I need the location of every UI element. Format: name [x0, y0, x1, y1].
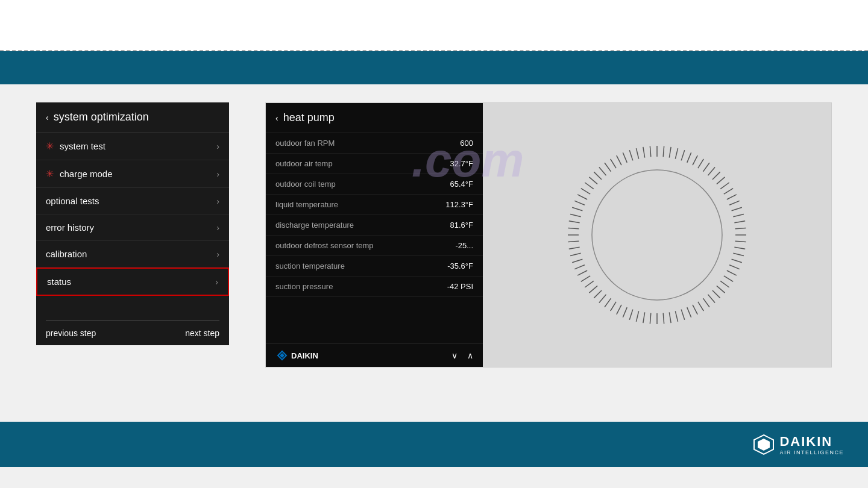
chevron-right-icon-6: › — [215, 277, 218, 287]
svg-line-71 — [599, 167, 606, 175]
heat-pump-title: heat pump — [283, 111, 335, 124]
left-panel: ‹ system optimization ✳ system test › ✳ … — [36, 102, 229, 345]
svg-line-39 — [663, 313, 664, 324]
heat-pump-row-5: outdoor defrost sensor temp -25... — [266, 236, 483, 256]
svg-line-10 — [712, 172, 720, 180]
svg-line-16 — [732, 207, 742, 211]
svg-line-34 — [693, 305, 697, 314]
svg-line-31 — [708, 295, 715, 303]
heat-pump-row-value-2: 65.4°F — [450, 180, 473, 189]
heat-pump-dial-panel — [483, 103, 831, 367]
menu-header: ‹ system optimization — [36, 102, 229, 133]
menu-item-charge-mode-label: charge mode — [60, 169, 113, 179]
svg-line-44 — [629, 310, 633, 320]
menu-item-system-test[interactable]: ✳ system test › — [36, 133, 229, 160]
svg-line-21 — [735, 241, 746, 242]
menu-item-charge-mode[interactable]: ✳ charge mode › — [36, 160, 229, 188]
svg-line-64 — [572, 207, 582, 211]
heat-pump-back-arrow[interactable]: ‹ — [275, 113, 278, 123]
svg-line-25 — [729, 265, 740, 269]
menu-item-left: status — [47, 277, 71, 287]
heat-pump-row-3: liquid temperature 112.3°F — [266, 195, 483, 215]
menu-item-system-test-label: system test — [60, 141, 105, 151]
svg-line-57 — [570, 253, 581, 255]
svg-line-74 — [617, 155, 621, 165]
svg-line-53 — [581, 276, 590, 281]
svg-line-28 — [720, 281, 729, 287]
svg-line-9 — [708, 167, 715, 175]
menu-spacer — [36, 296, 229, 320]
svg-line-55 — [574, 265, 585, 269]
svg-line-42 — [643, 312, 645, 323]
daikin-brand-text: DAIKIN AIR INTELLIGENCE — [779, 434, 844, 455]
menu-item-status-label: status — [47, 277, 71, 287]
heat-pump-row-2: outdoor coil temp 65.4°F — [266, 174, 483, 195]
svg-line-78 — [643, 147, 645, 158]
daikin-logo-text: DAIKIN — [291, 351, 318, 360]
svg-point-80 — [592, 170, 722, 300]
svg-line-62 — [569, 221, 580, 223]
menu-item-optional-tests[interactable]: optional tests › — [36, 188, 229, 214]
svg-line-18 — [734, 221, 745, 223]
svg-line-79 — [650, 146, 650, 157]
next-step-button[interactable]: next step — [185, 328, 219, 338]
daikin-brand: DAIKIN AIR INTELLIGENCE — [753, 434, 844, 455]
svg-line-8 — [703, 163, 709, 172]
svg-line-19 — [735, 228, 746, 228]
menu-item-optional-tests-label: optional tests — [46, 196, 99, 206]
svg-line-63 — [570, 214, 581, 216]
previous-step-button[interactable]: previous step — [46, 328, 96, 338]
svg-line-58 — [569, 247, 580, 249]
menu-back-arrow[interactable]: ‹ — [46, 113, 49, 122]
heat-pump-row-label-5: outdoor defrost sensor temp — [275, 241, 374, 250]
heat-pump-row-label-4: discharge temperature — [275, 221, 354, 230]
svg-line-24 — [732, 259, 742, 263]
heat-pump-row-label-2: outdoor coil temp — [275, 180, 336, 189]
svg-line-26 — [727, 271, 737, 275]
heat-pump-footer: DAIKIN ∨ ∧ — [266, 343, 483, 367]
svg-line-29 — [717, 286, 725, 293]
menu-item-left: optional tests — [46, 196, 99, 206]
svg-line-41 — [650, 313, 650, 324]
menu-item-error-history[interactable]: error history › — [36, 214, 229, 241]
svg-line-50 — [594, 290, 602, 298]
svg-line-1 — [663, 146, 664, 157]
svg-line-66 — [577, 195, 587, 199]
right-panel: ‹ heat pump outdoor fan RPM 600 outdoor … — [265, 102, 832, 368]
heat-pump-header: ‹ heat pump — [266, 103, 483, 133]
menu-item-status[interactable]: status › — [36, 267, 229, 296]
scroll-up-button[interactable]: ∧ — [467, 351, 473, 360]
main-content: .com ‹ system optimization ✳ system test… — [0, 84, 868, 422]
menu-item-left: ✳ system test — [46, 140, 105, 152]
heat-pump-row-label-6: suction temperature — [275, 261, 345, 271]
menu-item-left: ✳ charge mode — [46, 168, 113, 180]
heat-pump-row-value-6: -35.6°F — [447, 261, 473, 271]
menu-title: system optimization — [54, 111, 149, 124]
svg-line-22 — [734, 247, 745, 249]
dial-svg — [561, 139, 753, 331]
svg-line-46 — [617, 305, 621, 314]
heat-pump-rows: outdoor fan RPM 600 outdoor air temp 32.… — [266, 133, 483, 343]
svg-marker-82 — [758, 439, 770, 451]
svg-line-38 — [669, 312, 671, 323]
svg-line-2 — [669, 147, 671, 158]
svg-line-13 — [724, 189, 733, 194]
svg-line-27 — [724, 276, 733, 281]
chevron-right-icon: › — [216, 142, 219, 151]
svg-line-23 — [733, 253, 744, 255]
top-bar — [0, 0, 868, 51]
chevron-right-icon-5: › — [216, 249, 219, 259]
svg-line-69 — [589, 177, 597, 184]
svg-line-35 — [687, 307, 691, 318]
heat-pump-row-value-7: -42 PSI — [447, 282, 473, 291]
chevron-right-icon-4: › — [216, 223, 219, 233]
daikin-logo-icon — [275, 350, 289, 361]
svg-line-77 — [636, 148, 638, 159]
bottom-bar: DAIKIN AIR INTELLIGENCE — [0, 422, 868, 467]
heat-pump-row-value-3: 112.3°F — [445, 200, 473, 209]
heat-pump-row-label-1: outdoor air temp — [275, 159, 333, 168]
svg-line-75 — [623, 152, 627, 163]
menu-item-calibration[interactable]: calibration › — [36, 241, 229, 267]
scroll-down-button[interactable]: ∨ — [451, 351, 458, 360]
svg-line-11 — [717, 177, 725, 184]
